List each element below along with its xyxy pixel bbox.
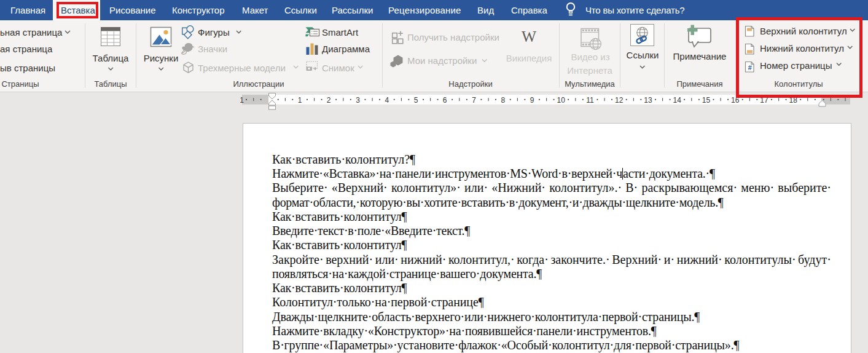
svg-text:10: 10 xyxy=(557,96,566,105)
svg-text:12: 12 xyxy=(615,96,624,105)
svg-text:11: 11 xyxy=(586,96,594,105)
svg-text:14: 14 xyxy=(673,96,682,105)
svg-text:15: 15 xyxy=(702,96,711,105)
svg-text:5: 5 xyxy=(414,96,418,105)
svg-text:2: 2 xyxy=(327,96,331,105)
svg-text:4: 4 xyxy=(385,96,389,105)
svg-text:8: 8 xyxy=(501,96,505,105)
svg-text:13: 13 xyxy=(644,96,652,105)
svg-text:1: 1 xyxy=(240,96,244,105)
svg-text:3: 3 xyxy=(356,96,360,105)
svg-text:6: 6 xyxy=(443,96,447,105)
svg-text:7: 7 xyxy=(472,96,476,105)
svg-text:1: 1 xyxy=(298,96,302,105)
svg-text:9: 9 xyxy=(530,96,534,105)
svg-text:W: W xyxy=(522,28,537,46)
